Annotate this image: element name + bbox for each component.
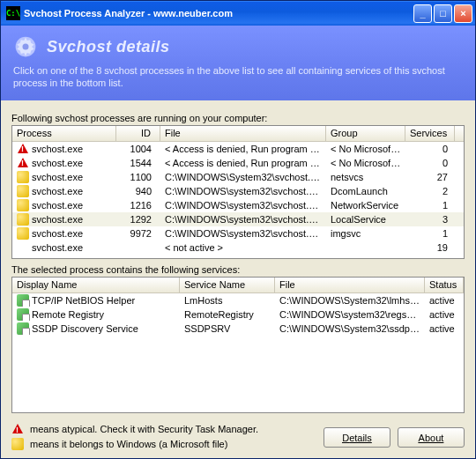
process-group: LocalService xyxy=(326,214,405,225)
col-file[interactable]: File xyxy=(160,126,326,141)
process-name: svchost.exe xyxy=(32,242,83,253)
titlebar[interactable]: C:\ Svchost Process Analyzer - www.neube… xyxy=(1,1,475,26)
process-file: C:\WINDOWS\system32\svchost.exe xyxy=(160,200,326,211)
windows-icon xyxy=(11,438,24,450)
service-icon xyxy=(17,322,29,335)
processes-label: Following svchost processes are running … xyxy=(11,113,465,123)
service-file: C:\WINDOWS\System32\lmhsvc.dll xyxy=(275,295,425,306)
maximize-button[interactable]: □ xyxy=(434,4,452,23)
process-services: 1 xyxy=(405,200,455,211)
process-group: < No Microsoft fil... xyxy=(326,158,405,168)
windows-icon xyxy=(17,185,29,197)
windows-icon xyxy=(17,199,29,211)
process-services: 0 xyxy=(405,144,455,154)
table-row[interactable]: svchost.exe< not active >19 xyxy=(12,241,464,255)
process-name: svchost.exe xyxy=(32,200,83,211)
service-status: active xyxy=(425,295,464,306)
warn-icon xyxy=(17,157,29,169)
process-services: 19 xyxy=(405,242,455,253)
window-title: Svchost Process Analyzer - www.neuber.co… xyxy=(24,8,233,19)
service-icon xyxy=(17,308,29,321)
page-subtitle: Click on one of the 8 svchost processes … xyxy=(13,64,463,90)
process-services: 0 xyxy=(405,158,455,168)
process-group: DcomLaunch xyxy=(326,186,405,196)
col-process[interactable]: Process xyxy=(12,126,116,141)
details-button[interactable]: Details xyxy=(324,427,390,448)
table-row[interactable]: SSDP Discovery ServiceSSDPSRVC:\WINDOWS\… xyxy=(12,322,464,336)
services-label: The selected process contains the follow… xyxy=(11,264,465,275)
process-id: 1100 xyxy=(116,172,160,182)
legend-atypical: means atypical. Check it with Security T… xyxy=(30,422,258,437)
process-file: C:\WINDOWS\system32\svchost.exe xyxy=(160,214,326,225)
windows-icon xyxy=(17,213,29,226)
process-name: svchost.exe xyxy=(32,172,83,182)
col-id[interactable]: ID xyxy=(116,126,160,141)
processes-body: svchost.exe1004< Access is denied, Run p… xyxy=(12,142,464,258)
process-file: C:\WINDOWS\System32\svchost.exe xyxy=(160,172,326,182)
table-row[interactable]: TCP/IP NetBIOS HelperLmHostsC:\WINDOWS\S… xyxy=(12,293,464,307)
body-panel: Following svchost processes are running … xyxy=(1,100,475,458)
process-name: svchost.exe xyxy=(32,186,83,196)
table-row[interactable]: svchost.exe1216C:\WINDOWS\system32\svcho… xyxy=(12,198,464,212)
table-row[interactable]: svchost.exe1004< Access is denied, Run p… xyxy=(12,142,464,156)
processes-header[interactable]: Process ID File Group Services xyxy=(12,126,464,142)
services-body: TCP/IP NetBIOS HelperLmHostsC:\WINDOWS\S… xyxy=(12,293,464,412)
process-id: 9972 xyxy=(116,228,160,239)
blank-icon xyxy=(17,241,29,254)
service-status: active xyxy=(425,309,464,320)
process-group: NetworkService xyxy=(326,200,405,211)
process-file: C:\WINDOWS\system32\svchost.exe xyxy=(160,228,326,239)
col-svc-file[interactable]: File xyxy=(275,278,425,292)
col-service-name[interactable]: Service Name xyxy=(180,278,275,292)
table-row[interactable]: svchost.exe1544< Access is denied, Run p… xyxy=(12,156,464,170)
process-services: 27 xyxy=(405,172,455,182)
service-display-name: Remote Registry xyxy=(32,309,104,320)
app-icon: C:\ xyxy=(6,6,20,20)
services-listview[interactable]: Display Name Service Name File Status TC… xyxy=(11,277,465,413)
service-file: C:\WINDOWS\System32\ssdpsrv.dll xyxy=(275,323,425,334)
page-title: Svchost details xyxy=(47,38,170,56)
process-file: C:\WINDOWS\system32\svchost.exe xyxy=(160,186,326,196)
about-button[interactable]: About xyxy=(398,427,465,448)
services-header[interactable]: Display Name Service Name File Status xyxy=(12,278,464,293)
service-display-name: TCP/IP NetBIOS Helper xyxy=(32,295,135,306)
service-display-name: SSDP Discovery Service xyxy=(32,323,138,334)
process-group: imgsvc xyxy=(326,228,405,239)
table-row[interactable]: svchost.exe1100C:\WINDOWS\System32\svcho… xyxy=(12,170,464,184)
service-icon xyxy=(17,294,29,307)
table-row[interactable]: svchost.exe1292C:\WINDOWS\system32\svcho… xyxy=(12,212,464,226)
table-row[interactable]: svchost.exe9972C:\WINDOWS\system32\svcho… xyxy=(12,226,464,241)
legend: means atypical. Check it with Security T… xyxy=(11,422,258,451)
process-group: netsvcs xyxy=(326,172,405,182)
table-row[interactable]: Remote RegistryRemoteRegistryC:\WINDOWS\… xyxy=(12,307,464,322)
table-row[interactable]: svchost.exe940C:\WINDOWS\system32\svchos… xyxy=(12,184,464,198)
windows-icon xyxy=(17,171,29,183)
warn-icon xyxy=(17,143,29,155)
processes-listview[interactable]: Process ID File Group Services svchost.e… xyxy=(11,125,465,259)
footer-buttons: Details About xyxy=(324,424,465,451)
col-group[interactable]: Group xyxy=(326,126,405,141)
close-button[interactable]: × xyxy=(454,4,472,23)
service-file: C:\WINDOWS\system32\regsvc.dll xyxy=(275,309,425,320)
process-id: 940 xyxy=(116,186,160,196)
process-name: svchost.exe xyxy=(32,158,83,168)
process-id: 1004 xyxy=(116,144,160,154)
app-window: C:\ Svchost Process Analyzer - www.neube… xyxy=(0,0,476,459)
process-file: < Access is denied, Run program as Admi.… xyxy=(160,144,326,154)
legend-windows: means it belongs to Windows (a Microsoft… xyxy=(30,437,227,452)
service-name: LmHosts xyxy=(180,295,275,306)
col-services[interactable]: Services xyxy=(405,126,455,141)
process-services: 1 xyxy=(405,228,455,239)
col-status[interactable]: Status xyxy=(425,278,464,292)
col-display-name[interactable]: Display Name xyxy=(12,278,180,292)
process-file: < not active > xyxy=(160,242,326,253)
svg-point-1 xyxy=(23,44,29,50)
service-name: SSDPSRV xyxy=(180,323,275,334)
service-name: RemoteRegistry xyxy=(180,309,275,320)
header-panel: Svchost details Click on one of the 8 sv… xyxy=(1,26,475,100)
minimize-button[interactable]: _ xyxy=(413,4,432,23)
process-group: < No Microsoft fil... xyxy=(326,144,405,154)
process-id: 1544 xyxy=(116,158,160,168)
gear-icon xyxy=(13,34,38,59)
process-id: 1292 xyxy=(116,214,160,225)
